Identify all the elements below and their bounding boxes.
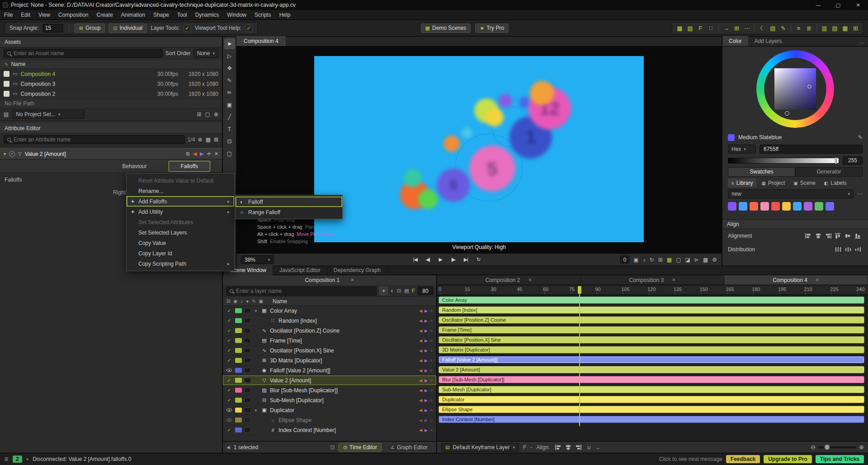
mask-overlay-icon[interactable]: ◪ bbox=[685, 257, 690, 263]
flat-list-icon[interactable]: ▤ bbox=[404, 288, 409, 294]
align-left-icon[interactable] bbox=[804, 232, 813, 240]
enabled-toggle-icon[interactable]: ✓ bbox=[226, 388, 233, 393]
hex-input[interactable] bbox=[760, 145, 863, 154]
close-icon[interactable]: ✕ bbox=[672, 277, 675, 282]
layout-grid-icon[interactable]: ▩ bbox=[675, 23, 684, 33]
solo-toggle[interactable] bbox=[244, 408, 251, 413]
visibility-toggle-icon[interactable] bbox=[226, 368, 233, 373]
timeline-bar[interactable]: Oscillator [Position.Z] Cosine bbox=[439, 316, 864, 324]
align-middle-vertical-icon[interactable] bbox=[844, 232, 853, 240]
timeline-bar[interactable]: Ellipse Shape bbox=[439, 406, 864, 413]
group-button[interactable]: ⊞Group bbox=[75, 23, 105, 33]
viewport-tool-help-checkbox[interactable]: ✓ bbox=[245, 24, 253, 32]
tab-composition-1[interactable]: Composition 1 ✕ bbox=[223, 275, 436, 285]
enabled-toggle-icon[interactable]: ✓ bbox=[226, 348, 233, 353]
prev-keyframe-icon[interactable]: ◀ bbox=[419, 388, 422, 393]
keyframe-circle-icon[interactable]: ○ bbox=[430, 358, 433, 363]
solo-toggle[interactable] bbox=[244, 308, 251, 313]
tab-generator[interactable]: Generator bbox=[795, 167, 863, 177]
asset-search[interactable] bbox=[4, 49, 163, 58]
timeline-bar[interactable]: Frame [Time] bbox=[439, 326, 864, 333]
next-keyframe-icon[interactable]: ▶ bbox=[425, 418, 428, 423]
go-to-start-button[interactable]: |◀ bbox=[410, 255, 420, 264]
menu-composition[interactable]: Composition bbox=[54, 10, 93, 20]
select-tool[interactable]: ➤ bbox=[224, 38, 235, 49]
moon-icon[interactable]: ☾ bbox=[758, 23, 767, 33]
feedback-button[interactable]: Feedback bbox=[726, 455, 760, 463]
enabled-toggle-icon[interactable]: ✓ bbox=[226, 308, 233, 313]
grid-icon[interactable]: ▦ bbox=[840, 23, 850, 33]
keyframe-circle-icon[interactable]: ○ bbox=[430, 368, 433, 373]
dock-icon[interactable]: ⊡ bbox=[330, 444, 335, 451]
layer-row[interactable]: ✓⊟Sub-Mesh [Duplicator]◀▶○ bbox=[223, 395, 436, 405]
tips-tricks-button[interactable]: Tips and Tricks bbox=[816, 455, 864, 463]
snap-icon[interactable]: ∪ bbox=[587, 444, 591, 451]
keyframe-circle-icon[interactable]: ○ bbox=[430, 308, 433, 313]
audio-icon[interactable]: ♪ bbox=[643, 257, 646, 263]
next-keyframe-icon[interactable]: ▶ bbox=[425, 398, 428, 403]
keyframe-circle-icon[interactable]: ○ bbox=[430, 348, 433, 353]
prev-keyframe-icon[interactable]: ◀ bbox=[419, 398, 422, 403]
menu-help[interactable]: Help bbox=[275, 10, 295, 20]
menu-view[interactable]: View bbox=[34, 10, 54, 20]
asset-row[interactable]: ▭Composition 430.00fps1920 x 1080 bbox=[0, 69, 222, 79]
export-frame-icon[interactable]: ⊳ bbox=[694, 257, 699, 263]
layer-color-chip[interactable] bbox=[235, 418, 242, 423]
step-back-button[interactable]: ◀| bbox=[423, 255, 432, 264]
solo-toggle[interactable] bbox=[244, 378, 251, 383]
keyframe-circle-icon[interactable]: ○ bbox=[430, 318, 433, 323]
duplicate-icon[interactable]: ⧉ bbox=[186, 151, 190, 157]
context-menu-item[interactable]: Copy Value bbox=[127, 238, 234, 248]
color-swatch[interactable] bbox=[804, 202, 812, 211]
brush-tool[interactable]: ✏ bbox=[224, 87, 235, 98]
prev-keyframe-icon[interactable]: ◀ bbox=[419, 329, 422, 333]
viewport-tab-composition-4[interactable]: Composition 4 bbox=[236, 36, 286, 46]
layer-search-input[interactable] bbox=[236, 288, 373, 294]
alpha-slider-handle[interactable] bbox=[835, 157, 837, 164]
camera-view-icon[interactable]: ▣ bbox=[633, 257, 638, 263]
lib-tab-library[interactable]: ≡Library bbox=[728, 178, 757, 188]
close-icon[interactable]: ✕ bbox=[816, 277, 819, 282]
zoom-slider-handle[interactable] bbox=[825, 445, 830, 450]
layer-tools-checkbox[interactable]: ✓ bbox=[184, 24, 191, 32]
asset-row[interactable]: ▭Composition 230.00fps1920 x 1080 bbox=[0, 89, 222, 99]
layer-color-chip[interactable] bbox=[235, 348, 242, 353]
shape-tool[interactable]: ▢ bbox=[224, 148, 235, 159]
menu-create[interactable]: Create bbox=[93, 10, 117, 20]
jump-icon[interactable]: → bbox=[595, 444, 600, 451]
attribute-search[interactable] bbox=[4, 135, 185, 144]
expander-icon[interactable]: ▾ bbox=[253, 408, 259, 413]
next-keyframe-icon[interactable]: ▶ bbox=[425, 358, 428, 363]
add-grid-icon[interactable]: ⊞ bbox=[732, 23, 741, 33]
display-icon[interactable]: ▢ bbox=[205, 111, 210, 117]
align-right-icon[interactable] bbox=[824, 232, 833, 240]
solo-toggle[interactable] bbox=[244, 358, 251, 363]
enabled-toggle-icon[interactable]: ✓ bbox=[226, 427, 233, 432]
filter-icon[interactable]: ◐ bbox=[391, 288, 394, 294]
layer-color-chip[interactable] bbox=[235, 408, 242, 413]
zoom-select[interactable]: 38%▾ bbox=[241, 255, 274, 264]
layer-color-chip[interactable] bbox=[235, 308, 242, 313]
menu-scripts[interactable]: Scripts bbox=[250, 10, 275, 20]
menu-tool[interactable]: Tool bbox=[173, 10, 191, 20]
next-keyframe-icon[interactable]: ▶ bbox=[200, 151, 203, 157]
layer-row[interactable]: ✓▽Value 2 [Amount]◀▶○ bbox=[223, 376, 436, 385]
align-top-icon[interactable] bbox=[834, 232, 843, 240]
pin-icon[interactable]: ✛ bbox=[207, 151, 211, 157]
layer-color-chip[interactable] bbox=[235, 358, 242, 363]
tab-composition-4[interactable]: Composition 4✕ bbox=[724, 275, 868, 285]
hue-picker-dot[interactable] bbox=[785, 111, 789, 116]
color-swatch[interactable] bbox=[739, 202, 747, 211]
layer-search[interactable] bbox=[226, 287, 377, 296]
next-message-link[interactable]: Click to see next message bbox=[659, 456, 722, 462]
asset-row[interactable]: ▭Composition 330.00fps1920 x 1080 bbox=[0, 79, 222, 89]
layer-color-chip[interactable] bbox=[235, 427, 242, 432]
layer-color-chip[interactable] bbox=[235, 318, 242, 323]
timeline-bar[interactable]: Falloff [Value 2 [Amount]] bbox=[439, 356, 864, 363]
layer-color-chip[interactable] bbox=[235, 388, 242, 393]
prev-keyframe-icon[interactable]: ◀ bbox=[419, 408, 422, 413]
layer-row[interactable]: ○Ellipse Shape◀▶○ bbox=[223, 415, 436, 425]
lib-tab-project[interactable]: ▦Project bbox=[758, 178, 789, 188]
context-menu-item[interactable]: Set Selected Layers bbox=[127, 227, 234, 238]
menu-shape[interactable]: Shape bbox=[149, 10, 173, 20]
